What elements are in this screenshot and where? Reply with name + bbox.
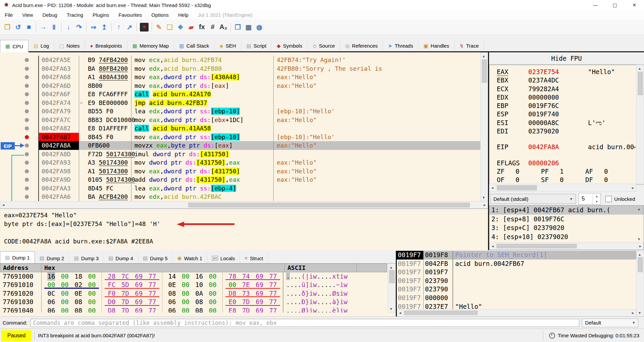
step-out-button[interactable]: ↑ (113, 22, 124, 33)
register-row[interactable]: EFLAGS00000206 (497, 159, 635, 167)
scroll-down-icon[interactable]: ▾ (390, 307, 392, 311)
patches-button[interactable]: ▰ (186, 22, 197, 33)
register-row[interactable]: ESI00000A8CL'ಌ' (497, 119, 635, 127)
dump-row[interactable]: 776910200C000E00F07D697708000A00D8736977… (0, 289, 396, 298)
breakpoint-gutter[interactable] (0, 116, 38, 124)
gutter-dot-icon[interactable] (25, 92, 29, 96)
disasm-row[interactable]: 0042FA6FE8 FCA6FFFFcall acid burn.42A170 (0, 90, 480, 99)
register-row[interactable]: EBP0019F76C (497, 102, 635, 110)
hide-fpu-button[interactable]: Hide FPU (489, 52, 644, 65)
tab-cpu[interactable]: ▦CPU (0, 40, 29, 52)
registers-area[interactable]: EAX0237E754"Hello"EBX0237A4DCECX799282A4… (489, 65, 644, 185)
dump-vertical-scrollbar[interactable]: ▴ ▾ (388, 264, 396, 312)
animate-into-button[interactable]: ⇒ (88, 22, 99, 33)
breakpoint-gutter[interactable] (0, 167, 38, 176)
argument-row[interactable]: 1: [esp+4] 0042FB67 acid burn.( (489, 206, 644, 215)
tab-trace[interactable]: ↯Trace (454, 40, 484, 51)
tab-seh[interactable]: ◈SEH (214, 40, 241, 51)
scrollbar-thumb[interactable] (496, 244, 577, 248)
dump-row[interactable]: 7769103006000800D07D697706000800E07D6977… (0, 298, 396, 306)
breakpoint-gutter[interactable] (0, 124, 38, 133)
gutter-dot-icon[interactable] (25, 178, 29, 182)
scroll-up-icon[interactable]: ▴ (483, 54, 485, 58)
dump-row[interactable]: 7769100016001800287C69771400160078746977… (0, 272, 396, 281)
close-debuggee-button[interactable]: ■ (23, 22, 34, 33)
minimize-button[interactable]: — (586, 0, 605, 10)
gutter-dot-icon[interactable] (25, 144, 29, 148)
tab-locals[interactable]: x=Locals (207, 253, 240, 263)
scroll-right-icon[interactable]: ▸ (484, 203, 486, 207)
scroll-up-icon[interactable]: ▴ (639, 66, 641, 70)
run-to-user-code-button[interactable]: ↗ (124, 22, 135, 33)
settings-globe-button[interactable]: ◍ (254, 22, 265, 33)
register-row[interactable]: EDI02379020 (497, 127, 635, 135)
tab-dump-2[interactable]: ▤Dump 2 (35, 253, 69, 263)
stack-row[interactable]: 0019F7023790 (397, 285, 644, 294)
scroll-right-icon[interactable]: ▸ (639, 244, 641, 248)
gutter-dot-icon[interactable] (25, 109, 29, 113)
disasm-row[interactable]: 0042FA878B45 F0mov eax,dword ptr ss:[ebp… (0, 133, 480, 141)
scroll-right-icon[interactable]: ▸ (632, 311, 634, 315)
gutter-dot-icon[interactable] (25, 118, 29, 122)
tab-struct[interactable]: ⌗Struct (240, 253, 268, 263)
spinner-down-icon[interactable]: ▼ (593, 199, 600, 204)
calling-convention-select[interactable]: Default (stdcall) ▼ (490, 194, 576, 204)
x32dbg-logo-button[interactable]: ✶ (140, 23, 149, 32)
disasm-row[interactable]: 0042FA98A1 50174300mov eax,dword ptr ds:… (0, 167, 480, 176)
menu-options[interactable]: Options (147, 12, 173, 18)
gutter-dot-icon[interactable] (25, 195, 29, 199)
register-row[interactable]: ESP0019F740 (497, 110, 635, 118)
scroll-up-icon[interactable]: ▴ (639, 252, 641, 256)
flags-row[interactable]: ZF0PF1AF0 (497, 167, 635, 176)
calculator-button[interactable]: ▦ (243, 22, 254, 33)
disasm-row[interactable]: 0042FA7C8B83 DC010000mov eax,dword ptr d… (0, 116, 480, 124)
disasm-row[interactable]: 0042FAA38D45 FClea eax,dword ptr ss:[ebp… (0, 184, 480, 193)
disassembly-horizontal-scrollbar[interactable]: ◂ ▸ (0, 201, 488, 209)
tab-threads[interactable]: ➤Threads (383, 40, 419, 51)
dump-rows[interactable]: 7769100016001800287C69771400160078746977… (0, 272, 396, 312)
disassembly-panel[interactable]: 0042FA5EB9 74FB4200mov ecx,acid burn.42F… (0, 52, 488, 201)
disasm-row[interactable]: 0042FAA6BA ACFB4200mov edx,acid burn.42F… (0, 192, 480, 201)
stack-row[interactable]: 0019F70019F7 (397, 268, 644, 277)
breakpoint-gutter[interactable] (0, 73, 38, 81)
menu-tracing[interactable]: Tracing (62, 12, 88, 18)
stack-horizontal-scrollbar[interactable]: ◂ ▸ (397, 309, 636, 317)
menu-plugins[interactable]: Plugins (88, 12, 114, 18)
tab-source[interactable]: ◇Source (308, 40, 340, 51)
scrollbar-thumb[interactable] (404, 310, 478, 315)
label-button[interactable]: ❖ (175, 22, 186, 33)
dump-row[interactable]: 7769101000000200FC5D69770E001000007E6977… (0, 281, 396, 289)
menu-view[interactable]: View (17, 12, 38, 18)
stack-vertical-scrollbar[interactable]: ▴ ▾ (636, 251, 644, 317)
register-row[interactable]: EBX0237A4DC (497, 76, 635, 84)
gutter-dot-icon[interactable] (25, 84, 29, 88)
tab-log[interactable]: ▤Log (29, 40, 54, 51)
gutter-dot-icon[interactable] (25, 169, 29, 173)
disasm-row[interactable]: 0042FA9D0105 50174300add dword ptr ds:[4… (0, 175, 480, 184)
scroll-down-icon[interactable]: ▾ (483, 195, 485, 199)
function-analysis-button[interactable]: fx (197, 22, 207, 33)
hash-button[interactable]: # (207, 22, 218, 33)
pause-button[interactable]: Ⅱ (49, 22, 59, 33)
breakpoint-gutter[interactable] (0, 175, 38, 184)
step-into-button[interactable]: ↓ (63, 22, 74, 33)
breakpoint-dot-icon[interactable] (25, 135, 29, 139)
scroll-right-icon[interactable]: ▸ (632, 186, 634, 190)
gutter-dot-icon[interactable] (25, 152, 29, 156)
scroll-down-icon[interactable]: ▾ (638, 237, 640, 241)
disasm-row[interactable]: 0042FA8A0FB600movzx eax,byte ptr ds:[eax… (0, 141, 480, 150)
font-button[interactable]: A₂ (218, 22, 229, 33)
unlocked-checkbox[interactable] (605, 196, 612, 202)
stack-panel[interactable]: 0019F70019F8Pointer to SEH_Record[1]0019… (396, 251, 644, 317)
maximize-button[interactable]: ▢ (605, 0, 625, 10)
tab-breakpoints[interactable]: ●Breakpoints (85, 40, 127, 51)
tab-symbols[interactable]: ◆Symbols (272, 40, 308, 51)
arguments-vertical-scrollbar[interactable]: ▴ ▾ (636, 206, 644, 242)
scroll-left-icon[interactable]: ◂ (399, 311, 401, 315)
breakpoint-gutter[interactable] (0, 133, 38, 141)
scrollbar-thumb[interactable] (482, 59, 487, 83)
scrollbar-thumb[interactable] (497, 185, 537, 190)
assemble-button[interactable]: ✎ (154, 22, 164, 33)
close-button[interactable]: ✕ (625, 0, 644, 10)
scroll-up-icon[interactable]: ▴ (390, 265, 392, 269)
